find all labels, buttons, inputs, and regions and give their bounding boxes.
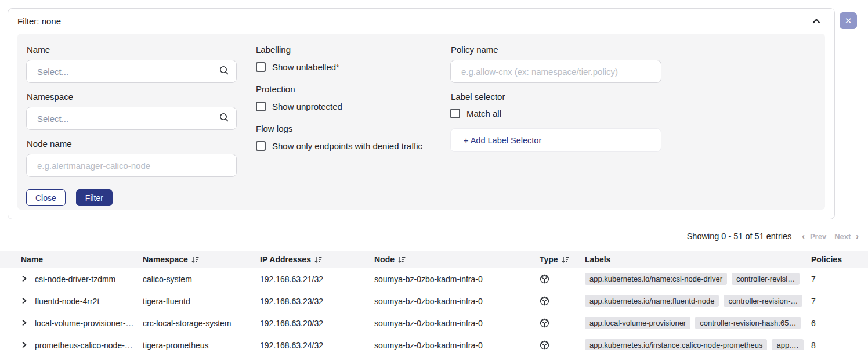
table-row[interactable]: local-volume-provisioner-… crc-local-sto…	[0, 312, 868, 334]
match-all-checkbox[interactable]: Match all	[450, 109, 661, 118]
name-select-input[interactable]	[37, 67, 219, 77]
sort-icon[interactable]	[398, 256, 406, 264]
label-chip: app:local-volume-provisioner	[585, 317, 690, 329]
sort-icon[interactable]	[562, 256, 569, 264]
search-icon	[219, 65, 229, 78]
expand-row-button[interactable]	[21, 297, 35, 306]
endpoints-page: Filter: none Name Namespace	[0, 0, 868, 350]
flow-logs-heading: Flow logs	[256, 124, 431, 133]
cell-node: soumya-bz-0zbo-kadm-infra-0	[374, 297, 540, 306]
cell-name: csi-node-driver-tzdmm	[35, 275, 143, 284]
next-chevron-icon[interactable]: ›	[855, 232, 860, 241]
label-chip: controller-revision-hash:65…	[695, 317, 801, 329]
column-header-ip-addresses[interactable]: IP Addresses	[260, 255, 374, 264]
checkbox-icon[interactable]	[256, 62, 266, 72]
chevron-right-icon	[21, 319, 28, 328]
cell-policies: 6	[811, 319, 868, 328]
namespace-select-input[interactable]	[37, 114, 219, 124]
policy-name-input[interactable]	[461, 67, 654, 77]
cell-labels: app:local-volume-provisioner controller-…	[585, 317, 811, 329]
filter-title: Filter: none	[17, 16, 61, 26]
node-name-field[interactable]	[26, 154, 237, 177]
label-chip: app.…	[772, 339, 803, 350]
cell-name: local-volume-provisioner-…	[35, 319, 143, 328]
policy-name-field[interactable]	[450, 60, 661, 83]
name-select[interactable]	[26, 60, 237, 83]
node-name-field-label: Node name	[27, 139, 237, 149]
column-header-node[interactable]: Node	[374, 255, 540, 264]
table-row[interactable]: prometheus-calico-node-… tigera-promethe…	[0, 334, 868, 350]
close-filter-panel-button[interactable]: ✕	[840, 12, 857, 29]
checkbox-icon[interactable]	[256, 141, 266, 151]
expand-row-button[interactable]	[21, 275, 35, 284]
policy-name-field-label: Policy name	[451, 45, 661, 55]
cell-namespace: crc-local-storage-system	[143, 319, 260, 328]
column-header-name: Name	[21, 255, 143, 264]
prev-page-button[interactable]: Prev	[806, 232, 830, 241]
cell-ip: 192.168.63.20/32	[260, 319, 374, 328]
cell-policies: 8	[811, 341, 868, 350]
collapse-panel-button[interactable]	[810, 15, 823, 28]
expand-row-button[interactable]	[21, 319, 35, 328]
show-unprotected-checkbox[interactable]: Show unprotected	[256, 102, 431, 111]
next-page-button[interactable]: Next	[830, 232, 855, 241]
label-chip: controller-revisi…	[732, 273, 800, 285]
cell-namespace: tigera-prometheus	[143, 341, 260, 350]
filter-form: Name Namespace Node name	[17, 34, 825, 210]
denied-traffic-label: Show only endpoints with denied traffic	[272, 141, 422, 151]
chevron-up-icon	[812, 17, 821, 27]
cell-ip: 192.168.63.24/32	[260, 341, 374, 350]
expand-row-button[interactable]	[21, 341, 35, 350]
cell-namespace: calico-system	[143, 275, 260, 284]
entries-summary: Showing 0 - 51 of 51 entries	[687, 232, 792, 241]
labelling-heading: Labelling	[256, 45, 431, 55]
show-unprotected-label: Show unprotected	[272, 102, 342, 111]
filter-panel: Filter: none Name Namespace	[8, 8, 835, 219]
cell-namespace: tigera-fluentd	[143, 297, 260, 306]
filter-button[interactable]: Filter	[76, 189, 113, 206]
node-name-input[interactable]	[37, 161, 229, 171]
match-all-label: Match all	[466, 109, 501, 118]
column-header-type[interactable]: Type	[540, 255, 585, 264]
close-button[interactable]: Close	[26, 189, 66, 206]
cell-name: prometheus-calico-node-…	[35, 341, 143, 350]
checkbox-icon[interactable]	[256, 102, 266, 111]
sort-icon[interactable]	[191, 256, 199, 264]
label-chip: app.kubernetes.io/instance:calico-node-p…	[585, 339, 767, 350]
close-icon: ✕	[845, 16, 852, 25]
pod-icon	[540, 296, 585, 306]
cell-ip: 192.168.63.23/32	[260, 297, 374, 306]
pagination-bar: Showing 0 - 51 of 51 entries ‹ Prev Next…	[687, 230, 860, 242]
filter-column-2: Labelling Show unlabelled* Protection Sh…	[256, 45, 431, 210]
column-header-namespace[interactable]: Namespace	[143, 255, 260, 264]
pod-icon	[540, 274, 585, 284]
namespace-select[interactable]	[26, 107, 237, 130]
cell-name: fluentd-node-4rr2t	[35, 297, 143, 306]
cell-labels: app.kubernetes.io/instance:calico-node-p…	[585, 339, 811, 350]
table-row[interactable]: fluentd-node-4rr2t tigera-fluentd 192.16…	[0, 290, 868, 312]
cell-ip: 192.168.63.21/32	[260, 275, 374, 284]
label-chip: app.kubernetes.io/name:fluentd-node	[585, 295, 719, 307]
cell-labels: app.kubernetes.io/name:fluentd-node cont…	[585, 295, 811, 307]
cell-policies: 7	[811, 275, 868, 284]
show-unlabelled-checkbox[interactable]: Show unlabelled*	[256, 62, 431, 72]
filter-panel-header: Filter: none	[8, 9, 834, 34]
table-row[interactable]: csi-node-driver-tzdmm calico-system 192.…	[0, 268, 868, 290]
filter-column-3: Policy name Label selector Match all + A…	[450, 45, 661, 210]
label-chip: controller-revision-…	[724, 295, 802, 307]
pod-icon	[540, 318, 585, 328]
checkbox-icon[interactable]	[450, 109, 460, 118]
chevron-right-icon	[21, 341, 28, 350]
filter-column-1: Name Namespace Node name	[26, 45, 237, 210]
show-unlabelled-label: Show unlabelled*	[272, 62, 339, 72]
cell-node: soumya-bz-0zbo-kadm-infra-0	[374, 319, 540, 328]
chevron-right-icon	[21, 275, 28, 284]
cell-policies: 7	[811, 297, 868, 306]
cell-labels: app.kubernetes.io/name:csi-node-driver c…	[585, 273, 811, 285]
denied-traffic-checkbox[interactable]: Show only endpoints with denied traffic	[256, 141, 431, 151]
name-field-label: Name	[27, 45, 237, 55]
column-header-labels: Labels	[585, 255, 811, 264]
add-label-selector-button[interactable]: + Add Label Selector	[450, 128, 661, 152]
sort-icon[interactable]	[314, 256, 322, 264]
prev-chevron-icon[interactable]: ‹	[801, 232, 806, 241]
